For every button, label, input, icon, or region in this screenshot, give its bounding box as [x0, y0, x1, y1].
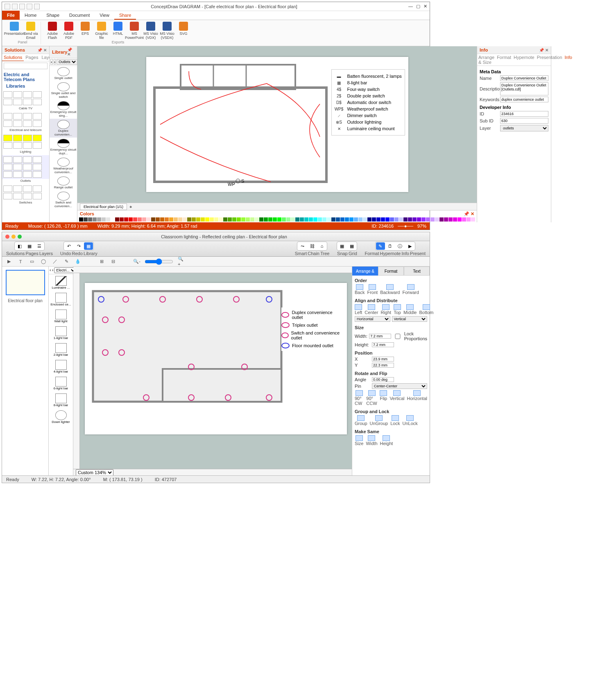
library-item[interactable]: 1-light bar: [49, 325, 73, 341]
drawing-page[interactable]: S WP ▬Batten fluorescent, 2 lamps ▦8-lig…: [146, 57, 408, 192]
flip-vertical-button[interactable]: Vertical: [390, 390, 404, 406]
ellipse-tool[interactable]: ◯: [40, 258, 47, 265]
color-swatch[interactable]: [178, 217, 182, 222]
color-swatch[interactable]: [228, 217, 232, 222]
height-field[interactable]: [372, 342, 394, 347]
color-swatch[interactable]: [327, 217, 331, 222]
page-add-button[interactable]: +: [129, 204, 132, 209]
color-swatch[interactable]: [106, 217, 110, 222]
library-item-selected[interactable]: Duplex convenien...: [50, 119, 77, 138]
pin-select[interactable]: Center-Center: [372, 383, 427, 389]
color-swatch[interactable]: [151, 217, 155, 222]
minimize-button[interactable]: —: [408, 4, 413, 9]
presentation-button[interactable]: Presentation: [7, 22, 22, 40]
library-item[interactable]: Single outlet: [50, 66, 77, 81]
color-swatch[interactable]: [115, 217, 119, 222]
color-swatch[interactable]: [246, 217, 250, 222]
present-toggle[interactable]: ▶: [405, 242, 414, 250]
color-swatch[interactable]: [295, 217, 299, 222]
color-swatch[interactable]: [309, 217, 313, 222]
color-swatch[interactable]: [349, 217, 353, 222]
color-swatch[interactable]: [318, 217, 322, 222]
same-height-button[interactable]: Height: [380, 435, 393, 446]
color-swatch[interactable]: [412, 217, 417, 222]
pointer-tool[interactable]: ▶: [5, 258, 13, 265]
zoom-button[interactable]: [18, 235, 22, 239]
tab-document[interactable]: Document: [64, 11, 95, 20]
library-group-switches[interactable]: [2, 184, 49, 201]
keywords-field[interactable]: [500, 97, 548, 102]
maximize-button[interactable]: ▢: [416, 4, 420, 9]
pen-tool[interactable]: ✎: [63, 258, 70, 265]
same-width-button[interactable]: Width: [366, 435, 377, 446]
color-swatch[interactable]: [79, 217, 83, 222]
library-item[interactable]: 4-light bar: [49, 358, 73, 375]
mac-canvas[interactable]: Duplex convenience outlet Triplex outlet…: [73, 267, 352, 475]
smart-connector[interactable]: ⤳: [298, 242, 307, 250]
color-swatch[interactable]: [403, 217, 408, 222]
color-swatch[interactable]: [205, 217, 209, 222]
color-swatch[interactable]: [120, 217, 124, 222]
color-swatch[interactable]: [304, 217, 308, 222]
color-swatch[interactable]: [358, 217, 362, 222]
lib-next-button[interactable]: ›: [52, 267, 54, 273]
tab-share[interactable]: Share: [114, 11, 136, 20]
color-swatch[interactable]: [300, 217, 304, 222]
color-swatch[interactable]: [232, 217, 236, 222]
line-tool[interactable]: ／: [51, 258, 59, 265]
color-swatch[interactable]: [97, 217, 101, 222]
color-swatch[interactable]: [156, 217, 160, 222]
align-center-button[interactable]: Center: [365, 304, 378, 315]
color-swatches[interactable]: [77, 217, 477, 222]
color-swatch[interactable]: [165, 217, 169, 222]
color-swatch[interactable]: [219, 217, 223, 222]
same-size-button[interactable]: Size: [355, 435, 363, 446]
export-svg-button[interactable]: SVG: [176, 22, 191, 40]
text-tool[interactable]: T: [17, 258, 24, 265]
color-swatch[interactable]: [187, 217, 191, 222]
order-backward-button[interactable]: Backward: [380, 284, 400, 295]
color-swatch[interactable]: [255, 217, 259, 222]
send-email-button[interactable]: Send via Email: [23, 22, 38, 40]
color-swatch[interactable]: [467, 217, 471, 222]
library-item[interactable]: 6-light bar: [49, 375, 73, 392]
page-thumbnail[interactable]: [6, 270, 45, 295]
grid-toggle[interactable]: ▦: [347, 242, 356, 250]
export-html-button[interactable]: HTML: [111, 22, 125, 40]
tab-file[interactable]: File: [2, 11, 20, 20]
library-item[interactable]: Down lighter: [49, 409, 73, 425]
color-swatch[interactable]: [417, 217, 421, 222]
layer-select[interactable]: outlets: [500, 125, 548, 131]
align-middle-button[interactable]: Middle: [403, 304, 417, 315]
snap-toggle[interactable]: ▦: [337, 242, 346, 250]
rotate-ccw-button[interactable]: 90° CCW: [366, 390, 377, 406]
color-swatch[interactable]: [462, 217, 466, 222]
library-item[interactable]: Wall light: [49, 308, 73, 325]
flip-horizontal-button[interactable]: Horizontal: [407, 390, 427, 406]
color-swatch[interactable]: [376, 217, 380, 222]
library-item[interactable]: 2-light bar: [49, 341, 73, 358]
color-swatch[interactable]: [84, 217, 88, 222]
export-visio-vdx-button[interactable]: MS Visio (VDX): [143, 22, 158, 40]
color-swatch[interactable]: [268, 217, 272, 222]
redo-button[interactable]: ↷: [74, 242, 83, 250]
color-swatch[interactable]: [367, 217, 371, 222]
lock-proportions-checkbox[interactable]: [393, 334, 403, 339]
color-swatch[interactable]: [444, 217, 448, 222]
color-swatch[interactable]: [201, 217, 205, 222]
library-item[interactable]: Emergency circuit dupl...: [50, 138, 77, 156]
color-swatch[interactable]: [286, 217, 290, 222]
canvas[interactable]: S WP ▬Batten fluorescent, 2 lamps ▦8-lig…: [77, 46, 477, 203]
color-swatch[interactable]: [439, 217, 444, 222]
color-swatch[interactable]: [399, 217, 403, 222]
library-group-electrical[interactable]: [2, 112, 49, 128]
color-swatch[interactable]: [471, 217, 475, 222]
export-flash-button[interactable]: Adobe Flash: [45, 22, 60, 40]
hypernote-toggle[interactable]: 🗒: [386, 242, 395, 250]
export-ppt-button[interactable]: MS PowerPoint: [127, 22, 142, 40]
align-right-button[interactable]: Right: [380, 304, 391, 315]
description-field[interactable]: Duplex Convenience Outlet [Outlets.cdl]: [500, 82, 548, 95]
color-swatch[interactable]: [435, 217, 439, 222]
tab-view[interactable]: View: [95, 11, 114, 20]
library-toggle[interactable]: ▦: [84, 242, 93, 250]
